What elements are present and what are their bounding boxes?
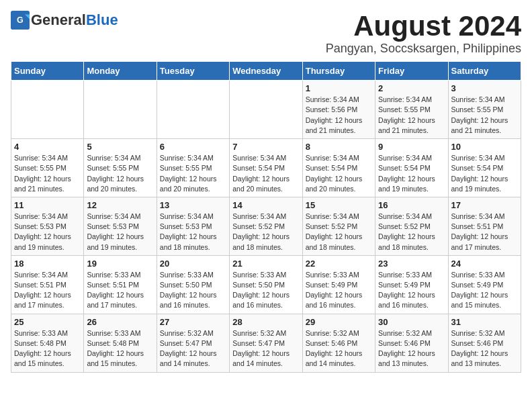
week-row-4: 25Sunrise: 5:33 AM Sunset: 5:48 PM Dayli… — [11, 314, 521, 372]
day-info: Sunrise: 5:34 AM Sunset: 5:51 PM Dayligh… — [451, 212, 518, 253]
day-number: 26 — [87, 317, 153, 327]
day-number: 4 — [14, 142, 81, 152]
day-cell: 20Sunrise: 5:33 AM Sunset: 5:50 PM Dayli… — [157, 255, 229, 314]
logo-general-text: General — [31, 11, 86, 29]
day-cell: 27Sunrise: 5:32 AM Sunset: 5:47 PM Dayli… — [157, 314, 229, 372]
day-info: Sunrise: 5:33 AM Sunset: 5:51 PM Dayligh… — [87, 270, 153, 311]
day-cell: 16Sunrise: 5:34 AM Sunset: 5:52 PM Dayli… — [375, 197, 448, 255]
day-number: 28 — [232, 317, 299, 327]
day-cell: 30Sunrise: 5:32 AM Sunset: 5:46 PM Dayli… — [375, 314, 448, 372]
day-cell: 22Sunrise: 5:33 AM Sunset: 5:49 PM Dayli… — [302, 255, 375, 314]
day-info: Sunrise: 5:32 AM Sunset: 5:46 PM Dayligh… — [306, 328, 372, 369]
day-info: Sunrise: 5:34 AM Sunset: 5:55 PM Dayligh… — [87, 153, 153, 194]
day-cell: 13Sunrise: 5:34 AM Sunset: 5:53 PM Dayli… — [157, 197, 229, 255]
day-cell: 23Sunrise: 5:33 AM Sunset: 5:49 PM Dayli… — [375, 255, 448, 314]
day-cell — [84, 81, 157, 139]
day-info: Sunrise: 5:32 AM Sunset: 5:47 PM Dayligh… — [160, 328, 226, 369]
day-number: 5 — [87, 142, 153, 152]
svg-text:G: G — [17, 15, 24, 25]
day-number: 23 — [378, 259, 445, 269]
day-number: 21 — [232, 259, 299, 269]
day-cell: 18Sunrise: 5:34 AM Sunset: 5:51 PM Dayli… — [11, 255, 84, 314]
day-info: Sunrise: 5:33 AM Sunset: 5:48 PM Dayligh… — [87, 328, 153, 369]
page-header: G GeneralBlue August 2024 Pangyan, Soccs… — [11, 11, 521, 56]
day-cell: 25Sunrise: 5:33 AM Sunset: 5:48 PM Dayli… — [11, 314, 84, 372]
day-info: Sunrise: 5:34 AM Sunset: 5:56 PM Dayligh… — [306, 95, 372, 136]
day-info: Sunrise: 5:34 AM Sunset: 5:53 PM Dayligh… — [14, 212, 81, 253]
day-cell: 1Sunrise: 5:34 AM Sunset: 5:56 PM Daylig… — [302, 81, 375, 139]
day-info: Sunrise: 5:33 AM Sunset: 5:50 PM Dayligh… — [160, 270, 226, 311]
day-cell — [157, 81, 229, 139]
day-number: 8 — [306, 142, 372, 152]
weekday-header-wednesday: Wednesday — [230, 62, 302, 81]
day-number: 22 — [306, 259, 372, 269]
day-number: 15 — [306, 200, 372, 210]
logo: G GeneralBlue — [11, 11, 118, 30]
weekday-header-friday: Friday — [375, 62, 448, 81]
day-number: 31 — [451, 317, 518, 327]
calendar-table: SundayMondayTuesdayWednesdayThursdayFrid… — [11, 61, 521, 372]
day-info: Sunrise: 5:34 AM Sunset: 5:52 PM Dayligh… — [232, 212, 299, 253]
week-row-2: 11Sunrise: 5:34 AM Sunset: 5:53 PM Dayli… — [11, 197, 521, 255]
week-row-0: 1Sunrise: 5:34 AM Sunset: 5:56 PM Daylig… — [11, 81, 521, 139]
week-row-1: 4Sunrise: 5:34 AM Sunset: 5:55 PM Daylig… — [11, 139, 521, 197]
day-info: Sunrise: 5:34 AM Sunset: 5:55 PM Dayligh… — [14, 153, 81, 194]
day-cell: 26Sunrise: 5:33 AM Sunset: 5:48 PM Dayli… — [84, 314, 157, 372]
day-cell: 29Sunrise: 5:32 AM Sunset: 5:46 PM Dayli… — [302, 314, 375, 372]
day-cell: 10Sunrise: 5:34 AM Sunset: 5:54 PM Dayli… — [448, 139, 521, 197]
logo-blue-text: Blue — [86, 11, 118, 29]
day-cell: 17Sunrise: 5:34 AM Sunset: 5:51 PM Dayli… — [448, 197, 521, 255]
day-cell: 28Sunrise: 5:32 AM Sunset: 5:47 PM Dayli… — [230, 314, 302, 372]
day-number: 13 — [160, 200, 226, 210]
month-title: August 2024 — [326, 11, 521, 42]
day-info: Sunrise: 5:33 AM Sunset: 5:49 PM Dayligh… — [306, 270, 372, 311]
day-number: 25 — [14, 317, 81, 327]
day-number: 2 — [378, 83, 445, 93]
day-info: Sunrise: 5:32 AM Sunset: 5:46 PM Dayligh… — [378, 328, 445, 369]
day-cell: 5Sunrise: 5:34 AM Sunset: 5:55 PM Daylig… — [84, 139, 157, 197]
day-info: Sunrise: 5:33 AM Sunset: 5:49 PM Dayligh… — [378, 270, 445, 311]
day-info: Sunrise: 5:34 AM Sunset: 5:54 PM Dayligh… — [306, 153, 372, 194]
day-number: 24 — [451, 259, 518, 269]
weekday-header-tuesday: Tuesday — [157, 62, 229, 81]
location-subtitle: Pangyan, Soccsksargen, Philippines — [326, 42, 521, 56]
day-number: 10 — [451, 142, 518, 152]
day-number: 3 — [451, 83, 518, 93]
day-cell: 19Sunrise: 5:33 AM Sunset: 5:51 PM Dayli… — [84, 255, 157, 314]
day-cell — [230, 81, 302, 139]
day-number: 11 — [14, 200, 81, 210]
day-cell: 21Sunrise: 5:33 AM Sunset: 5:50 PM Dayli… — [230, 255, 302, 314]
day-number: 30 — [378, 317, 445, 327]
day-info: Sunrise: 5:34 AM Sunset: 5:53 PM Dayligh… — [160, 212, 226, 253]
day-number: 14 — [232, 200, 299, 210]
weekday-header-row: SundayMondayTuesdayWednesdayThursdayFrid… — [11, 62, 521, 81]
day-number: 27 — [160, 317, 226, 327]
day-cell: 11Sunrise: 5:34 AM Sunset: 5:53 PM Dayli… — [11, 197, 84, 255]
day-cell: 6Sunrise: 5:34 AM Sunset: 5:55 PM Daylig… — [157, 139, 229, 197]
day-number: 18 — [14, 259, 81, 269]
calendar-body: 1Sunrise: 5:34 AM Sunset: 5:56 PM Daylig… — [11, 81, 521, 372]
week-row-3: 18Sunrise: 5:34 AM Sunset: 5:51 PM Dayli… — [11, 255, 521, 314]
day-number: 20 — [160, 259, 226, 269]
day-info: Sunrise: 5:32 AM Sunset: 5:47 PM Dayligh… — [232, 328, 299, 369]
day-cell: 8Sunrise: 5:34 AM Sunset: 5:54 PM Daylig… — [302, 139, 375, 197]
day-info: Sunrise: 5:34 AM Sunset: 5:53 PM Dayligh… — [87, 212, 153, 253]
weekday-header-sunday: Sunday — [11, 62, 84, 81]
day-info: Sunrise: 5:34 AM Sunset: 5:55 PM Dayligh… — [451, 95, 518, 136]
day-number: 7 — [232, 142, 299, 152]
day-info: Sunrise: 5:34 AM Sunset: 5:52 PM Dayligh… — [306, 212, 372, 253]
day-info: Sunrise: 5:34 AM Sunset: 5:51 PM Dayligh… — [14, 270, 81, 311]
day-info: Sunrise: 5:33 AM Sunset: 5:49 PM Dayligh… — [451, 270, 518, 311]
day-cell: 4Sunrise: 5:34 AM Sunset: 5:55 PM Daylig… — [11, 139, 84, 197]
day-info: Sunrise: 5:34 AM Sunset: 5:54 PM Dayligh… — [378, 153, 445, 194]
day-cell: 7Sunrise: 5:34 AM Sunset: 5:54 PM Daylig… — [230, 139, 302, 197]
day-info: Sunrise: 5:34 AM Sunset: 5:55 PM Dayligh… — [160, 153, 226, 194]
day-number: 16 — [378, 200, 445, 210]
day-cell: 14Sunrise: 5:34 AM Sunset: 5:52 PM Dayli… — [230, 197, 302, 255]
day-info: Sunrise: 5:32 AM Sunset: 5:46 PM Dayligh… — [451, 328, 518, 369]
weekday-header-saturday: Saturday — [448, 62, 521, 81]
day-info: Sunrise: 5:34 AM Sunset: 5:55 PM Dayligh… — [378, 95, 445, 136]
day-cell: 24Sunrise: 5:33 AM Sunset: 5:49 PM Dayli… — [448, 255, 521, 314]
day-cell: 9Sunrise: 5:34 AM Sunset: 5:54 PM Daylig… — [375, 139, 448, 197]
day-number: 29 — [306, 317, 372, 327]
